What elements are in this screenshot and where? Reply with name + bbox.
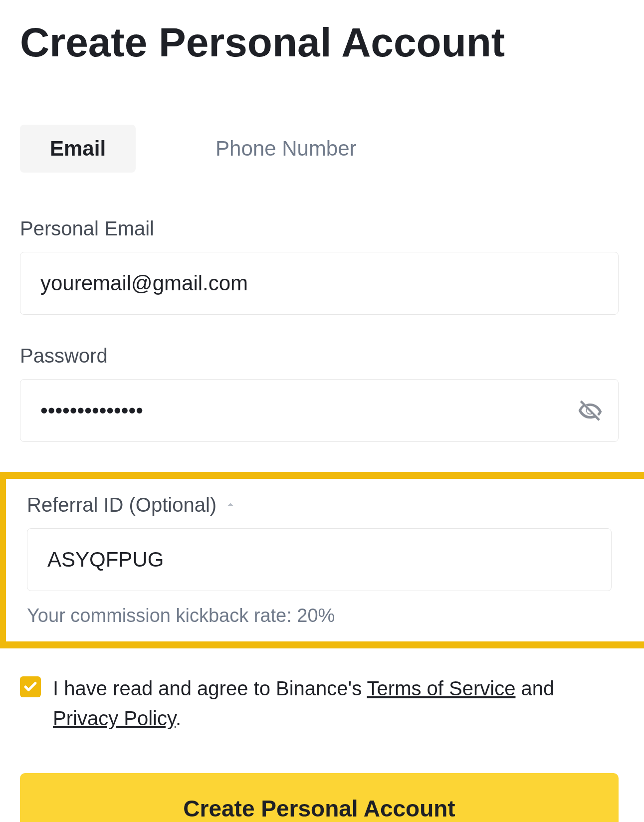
terms-row: I have read and agree to Binance's Terms… [20, 673, 619, 733]
signup-form: Personal Email Password Referral ID (Opt… [20, 217, 619, 822]
password-label: Password [20, 345, 619, 367]
terms-checkbox[interactable] [20, 676, 41, 697]
eye-off-icon[interactable] [576, 397, 604, 424]
tab-phone[interactable]: Phone Number [186, 125, 387, 173]
page-title: Create Personal Account [20, 20, 624, 65]
create-account-button[interactable]: Create Personal Account [20, 773, 619, 822]
referral-input-wrap [27, 528, 612, 591]
privacy-policy-link[interactable]: Privacy Policy [53, 707, 176, 729]
password-field-group: Password [20, 345, 619, 442]
auth-tabs: Email Phone Number [20, 125, 624, 173]
referral-helper: Your commission kickback rate: 20% [27, 605, 612, 626]
terms-mid: and [515, 677, 554, 699]
email-field-group: Personal Email [20, 217, 619, 315]
terms-prefix: I have read and agree to Binance's [53, 677, 367, 699]
referral-input[interactable] [27, 529, 611, 591]
terms-of-service-link[interactable]: Terms of Service [367, 677, 516, 699]
email-label: Personal Email [20, 217, 619, 240]
referral-highlight: Referral ID (Optional) Your commission k… [0, 472, 644, 648]
password-input[interactable] [20, 380, 618, 441]
terms-suffix: . [176, 707, 181, 729]
referral-label: Referral ID (Optional) [27, 494, 216, 516]
referral-field-group: Referral ID (Optional) Your commission k… [27, 494, 612, 626]
terms-text: I have read and agree to Binance's Terms… [53, 673, 619, 733]
tab-email[interactable]: Email [20, 125, 136, 173]
referral-label-row[interactable]: Referral ID (Optional) [27, 494, 612, 516]
password-input-wrap [20, 379, 619, 442]
caret-up-icon [223, 494, 237, 516]
email-input-wrap [20, 252, 619, 315]
check-icon [23, 679, 38, 694]
email-input[interactable] [20, 252, 618, 314]
